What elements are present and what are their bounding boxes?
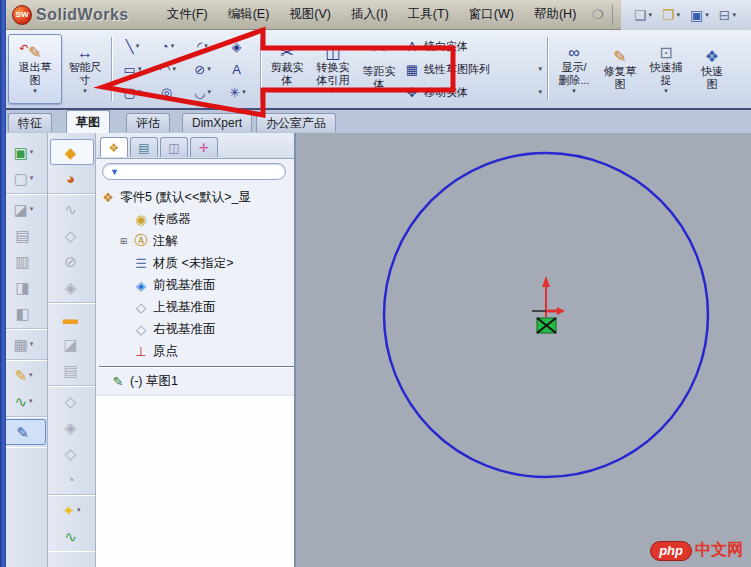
feature-tool-button[interactable]: ◇	[50, 388, 94, 414]
sketch-tool-button[interactable]: ▭▾	[115, 59, 150, 80]
tree-filter-input[interactable]	[123, 165, 278, 178]
sketch-tool-button[interactable]: ╲▾	[115, 36, 150, 57]
toolbar-button[interactable]: ✎ 修复草 图	[597, 34, 643, 104]
menu-item[interactable]: 视图(V)	[289, 6, 331, 23]
dropdown-caret-icon[interactable]: ▾	[207, 65, 211, 73]
tree-item[interactable]: ◇ 右视基准面	[96, 318, 294, 340]
panel-tab[interactable]: ◫	[160, 137, 188, 157]
origin-marker[interactable]	[532, 276, 565, 333]
search-icon[interactable]: ❍	[592, 7, 604, 22]
tree-item[interactable]: ◉ 传感器	[96, 208, 294, 230]
panel-tab[interactable]: ▤	[130, 137, 158, 157]
feature-tool-button[interactable]: ◈	[50, 414, 94, 440]
dropdown-caret-icon[interactable]: ▾	[138, 88, 142, 96]
quick-access-button[interactable]: ▣ ▾	[687, 5, 712, 25]
sidebar-tool-button[interactable]: ▥	[2, 248, 46, 274]
feature-tool-button[interactable]: ◈	[50, 274, 94, 300]
dropdown-caret-icon[interactable]: ▾	[331, 87, 335, 94]
toolbar-button[interactable]: ⌒ 等距实 体	[356, 34, 402, 104]
tab-evaluate[interactable]: 评估	[126, 113, 170, 132]
sketch-tool-button[interactable]: ◜▾	[185, 36, 220, 57]
feature-tool-button[interactable]: ◇	[50, 440, 94, 466]
dropdown-caret-icon[interactable]: ▾	[572, 87, 576, 94]
sketch-tool-button[interactable]: A	[220, 59, 255, 80]
panel-tab[interactable]: ❖	[100, 137, 128, 157]
feature-tool-button[interactable]: ✦▾	[50, 497, 94, 523]
feature-tool-button[interactable]: ∿	[50, 523, 94, 549]
dropdown-caret-icon[interactable]: ▾	[30, 205, 34, 213]
quick-access-button[interactable]: ⊟ ▾	[716, 5, 739, 25]
dropdown-caret-icon[interactable]: ▾	[33, 87, 37, 94]
tree-item-part[interactable]: ❖ 零件5 (默认<<默认>_显	[96, 186, 294, 208]
tab-dimxpert[interactable]: DimXpert	[182, 113, 252, 132]
sketch-tool-button[interactable]: ◔▾	[150, 36, 185, 57]
sketch-tool-button[interactable]: ◠▾	[150, 59, 185, 80]
toolbar-button[interactable]: ✂ 剪裁实 体 ▾	[264, 34, 310, 104]
feature-tool-button[interactable]: ◇	[50, 222, 94, 248]
smart-dimension-button[interactable]: ↔ 智能尺 寸 ▾	[62, 34, 108, 104]
dropdown-caret-icon[interactable]: ▾	[136, 42, 140, 50]
stacked-tool-button[interactable]: Ʌ 镜向实体	[402, 35, 544, 58]
dropdown-caret-icon[interactable]: ▾	[242, 88, 246, 96]
sketch-tool-button[interactable]: ▢▾	[115, 82, 150, 103]
dropdown-caret-icon[interactable]: ▾	[77, 506, 81, 514]
sidebar-tool-button[interactable]: ▤	[2, 222, 46, 248]
sketch-tool-button[interactable]: ⊘▾	[185, 59, 220, 80]
dropdown-caret-icon[interactable]: ▾	[30, 174, 34, 182]
dropdown-caret-icon[interactable]: ▾	[171, 42, 175, 50]
panel-tab[interactable]: ✛	[190, 137, 218, 157]
exit-sketch-button[interactable]: ✎ ↶ 退出草 图 ▾	[8, 34, 62, 104]
menu-item[interactable]: 帮助(H)	[534, 6, 576, 23]
toolbar-button[interactable]: ❖ 快速 图	[689, 34, 735, 104]
dropdown-caret-icon[interactable]: ▾	[29, 371, 33, 379]
dropdown-caret-icon[interactable]: ▾	[29, 397, 33, 405]
dropdown-caret-icon[interactable]: ▾	[207, 88, 211, 96]
sidebar-tool-button[interactable]: ◨	[2, 274, 46, 300]
tree-item[interactable]: ◇ 上视基准面	[96, 296, 294, 318]
sketch-tool-button[interactable]: ✳▾	[220, 82, 255, 103]
expand-toggle-icon[interactable]: ⊞	[118, 236, 129, 246]
feature-tool-button[interactable]: ▤	[50, 357, 94, 383]
stacked-tool-button[interactable]: ▦ 线性草图阵列 ▾	[402, 58, 544, 81]
feature-tool-button[interactable]: ◪	[50, 331, 94, 357]
dropdown-caret-icon[interactable]: ▾	[30, 340, 34, 348]
feature-tool-button[interactable]: ∿	[50, 196, 94, 222]
feature-tool-button[interactable]: ⊘	[50, 248, 94, 274]
dropdown-caret-icon[interactable]: ▾	[664, 87, 668, 94]
menu-item[interactable]: 窗口(W)	[469, 6, 514, 23]
tree-item[interactable]: ☰ 材质 <未指定>	[96, 252, 294, 274]
tree-filter[interactable]: ▼	[102, 163, 286, 180]
sidebar-tool-button[interactable]: ✎▾	[2, 362, 46, 388]
menu-item[interactable]: 工具(T)	[408, 6, 449, 23]
dropdown-caret-icon[interactable]: ▾	[649, 11, 653, 19]
dropdown-caret-icon[interactable]: ▾	[30, 148, 34, 156]
toolbar-button[interactable]: ◫ 转换实 体引用 ▾	[310, 34, 356, 104]
tree-item[interactable]: ⊥ 原点	[96, 340, 294, 362]
toolbar-button[interactable]: ⊡ 快速捕 捉 ▾	[643, 34, 689, 104]
tab-features[interactable]: 特征	[8, 113, 52, 132]
sketch-tool-button[interactable]: ◎	[150, 82, 185, 103]
graphics-viewport[interactable]: php 中文网	[296, 133, 751, 567]
tree-item[interactable]: ⊞ Ⓐ 注解	[96, 230, 294, 252]
dropdown-caret-icon[interactable]: ▾	[172, 65, 176, 73]
sidebar-tool-button[interactable]: ∿▾	[2, 388, 46, 414]
menu-item[interactable]: 文件(F)	[167, 6, 208, 23]
sidebar-tool-button[interactable]: ◧	[2, 300, 46, 326]
menu-item[interactable]: 插入(I)	[351, 6, 388, 23]
stacked-tool-button[interactable]: ✥ 移动实体 ▾	[402, 81, 544, 104]
dropdown-caret-icon[interactable]: ▾	[538, 65, 544, 73]
sketch-tool-button[interactable]: ◈	[220, 36, 255, 57]
tab-sketch[interactable]: 草图	[66, 110, 110, 133]
sidebar-tool-button[interactable]: ▢▾	[2, 165, 46, 191]
feature-tool-button[interactable]: ◆	[50, 139, 94, 165]
dropdown-caret-icon[interactable]: ▾	[83, 87, 87, 94]
dropdown-caret-icon[interactable]: ▾	[677, 11, 681, 19]
feature-tool-button[interactable]: ◔	[50, 466, 94, 492]
dropdown-caret-icon[interactable]: ▾	[285, 87, 289, 94]
sketch-tool-button[interactable]: ◡▾	[185, 82, 220, 103]
dropdown-caret-icon[interactable]: ▾	[538, 88, 544, 96]
feature-tool-button[interactable]: ◕	[50, 165, 94, 191]
feature-tool-button[interactable]: ▬	[50, 305, 94, 331]
rollback-bar[interactable]	[99, 366, 294, 368]
sketch-mode-button[interactable]: ✎	[2, 419, 46, 445]
